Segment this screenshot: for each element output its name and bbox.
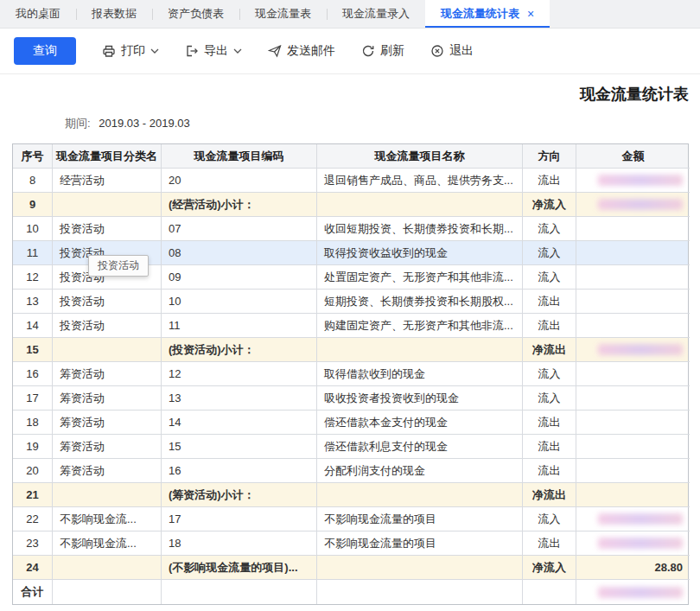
- exit-label: 退出: [449, 43, 474, 59]
- cell-amount: [576, 411, 690, 435]
- table-row[interactable]: 22不影响现金流...17不影响现金流量的项目流入: [13, 507, 688, 531]
- tooltip: 投资活动: [88, 255, 149, 277]
- cell-direction: 净流入: [523, 556, 576, 580]
- cell-amount: [576, 193, 690, 217]
- cell-no: 14: [13, 314, 53, 338]
- cell-amount: [576, 314, 690, 338]
- table-row[interactable]: 19筹资活动15偿还借款利息支付的现金流出: [13, 435, 688, 459]
- cell-category: 投资活动: [53, 314, 162, 338]
- table-row[interactable]: 14投资活动11购建固定资产、无形资产和其他非流...流出: [13, 314, 688, 338]
- cell-no: 17: [13, 386, 53, 411]
- cell-name: [317, 193, 523, 217]
- table-row[interactable]: 20筹资活动16分配利润支付的现金流出: [13, 459, 688, 483]
- cell-category: [53, 338, 162, 362]
- cell-category: 投资活动: [53, 290, 162, 314]
- tab-my-desktop[interactable]: 我的桌面: [0, 0, 76, 28]
- table-row[interactable]: 15(投资活动)小计：净流出: [13, 338, 688, 362]
- cell-code: 10: [162, 290, 317, 314]
- cell-code: [162, 580, 317, 604]
- cell-amount: [576, 507, 690, 531]
- tab-report-data[interactable]: 报表数据: [76, 0, 152, 28]
- cell-name: 短期投资、长期债券投资和长期股权...: [317, 290, 523, 314]
- tab-cash-flow-statement[interactable]: 现金流量表: [239, 0, 327, 28]
- print-button[interactable]: 打印: [102, 43, 159, 59]
- tab-label: 我的桌面: [16, 6, 60, 22]
- table-row[interactable]: 23不影响现金流...18不影响现金流量的项目流出: [13, 531, 688, 556]
- table-row[interactable]: 24(不影响现金流量的项目)...净流入28.80: [13, 556, 688, 580]
- cell-no: 20: [13, 459, 53, 483]
- cell-no: 15: [13, 338, 53, 362]
- report-table: 序号 现金流量项目分类名 现金流量项目编码 现金流量项目名称 方向 金额 8经营…: [12, 143, 689, 605]
- cell-name: 退回销售产成品、商品、提供劳务支...: [317, 169, 523, 193]
- cell-amount: [576, 290, 690, 314]
- table-row[interactable]: 17筹资活动13吸收投资者投资收到的现金流入: [13, 386, 688, 411]
- cell-direction: 流出: [523, 314, 576, 338]
- tab-label: 现金流量表: [255, 6, 311, 22]
- cell-code: 12: [162, 362, 317, 386]
- table-row[interactable]: 21(筹资活动)小计：净流出: [13, 483, 688, 507]
- cell-code: 09: [162, 265, 317, 290]
- cell-name: 取得借款收到的现金: [317, 362, 523, 386]
- cell-name: 不影响现金流量的项目: [317, 531, 523, 556]
- cell-code: 17: [162, 507, 317, 531]
- cell-no: 23: [13, 531, 53, 556]
- cell-direction: 净流出: [523, 483, 576, 507]
- header-no: 序号: [13, 144, 53, 169]
- table-row[interactable]: 16筹资活动12取得借款收到的现金流入: [13, 362, 688, 386]
- cell-code: 13: [162, 386, 317, 411]
- cell-direction: 流出: [523, 169, 576, 193]
- table-row[interactable]: 9(经营活动)小计：净流入: [13, 193, 688, 217]
- export-button[interactable]: 导出: [185, 43, 242, 59]
- cell-amount: 28.80: [576, 556, 690, 580]
- cell-no: 24: [13, 556, 53, 580]
- tab-balance-sheet[interactable]: 资产负债表: [152, 0, 239, 28]
- cell-code: 18: [162, 531, 317, 556]
- tab-label: 现金流量录入: [342, 6, 410, 22]
- cell-no: 8: [13, 169, 53, 193]
- cell-name: 吸收投资者投资收到的现金: [317, 386, 523, 411]
- cell-code: 16: [162, 459, 317, 483]
- masked-amount: [598, 344, 683, 355]
- cell-direction: 流出: [523, 435, 576, 459]
- table-header-row: 序号 现金流量项目分类名 现金流量项目编码 现金流量项目名称 方向 金额: [13, 144, 688, 169]
- cell-name: [317, 556, 523, 580]
- cell-code: (经营活动)小计：: [162, 193, 317, 217]
- cell-code: 07: [162, 217, 317, 241]
- refresh-button[interactable]: 刷新: [361, 43, 404, 59]
- cell-category: 筹资活动: [53, 411, 162, 435]
- cell-category: 筹资活动: [53, 386, 162, 411]
- cell-category: [53, 193, 162, 217]
- cell-amount: [576, 459, 690, 483]
- send-mail-button[interactable]: 发送邮件: [268, 43, 335, 59]
- cell-name: 不影响现金流量的项目: [317, 507, 523, 531]
- cell-direction: 流入: [523, 386, 576, 411]
- tab-cash-flow-entry[interactable]: 现金流量录入: [327, 0, 425, 28]
- cell-direction: [523, 580, 576, 604]
- cell-direction: 流入: [523, 265, 576, 290]
- send-mail-label: 发送邮件: [287, 43, 335, 59]
- cell-category: [53, 483, 162, 507]
- cell-direction: 流出: [523, 290, 576, 314]
- cell-name: [317, 580, 523, 604]
- cell-no: 9: [13, 193, 53, 217]
- cell-category: [53, 556, 162, 580]
- table-row[interactable]: 18筹资活动14偿还借款本金支付的现金流出: [13, 411, 688, 435]
- cell-name: 购建固定资产、无形资产和其他非流...: [317, 314, 523, 338]
- tab-cash-flow-stats[interactable]: 现金流量统计表 ×: [425, 0, 550, 28]
- cell-no: 10: [13, 217, 53, 241]
- cell-code: 15: [162, 435, 317, 459]
- cell-name: 偿还借款利息支付的现金: [317, 435, 523, 459]
- query-button[interactable]: 查询: [14, 37, 76, 65]
- exit-button[interactable]: 退出: [430, 43, 474, 59]
- header-code: 现金流量项目编码: [162, 144, 317, 169]
- print-label: 打印: [121, 43, 145, 59]
- cell-name: 偿还借款本金支付的现金: [317, 411, 523, 435]
- close-icon[interactable]: ×: [527, 7, 534, 21]
- table-row[interactable]: 10投资活动07收回短期投资、长期债券投资和长期...流入: [13, 217, 688, 241]
- table-row[interactable]: 合计: [13, 580, 688, 604]
- table-row[interactable]: 8经营活动20退回销售产成品、商品、提供劳务支...流出: [13, 169, 688, 193]
- cell-amount: [576, 241, 690, 265]
- cell-no: 12: [13, 265, 53, 290]
- table-row[interactable]: 13投资活动10短期投资、长期债券投资和长期股权...流出: [13, 290, 688, 314]
- page-title: 现金流量统计表: [0, 74, 700, 105]
